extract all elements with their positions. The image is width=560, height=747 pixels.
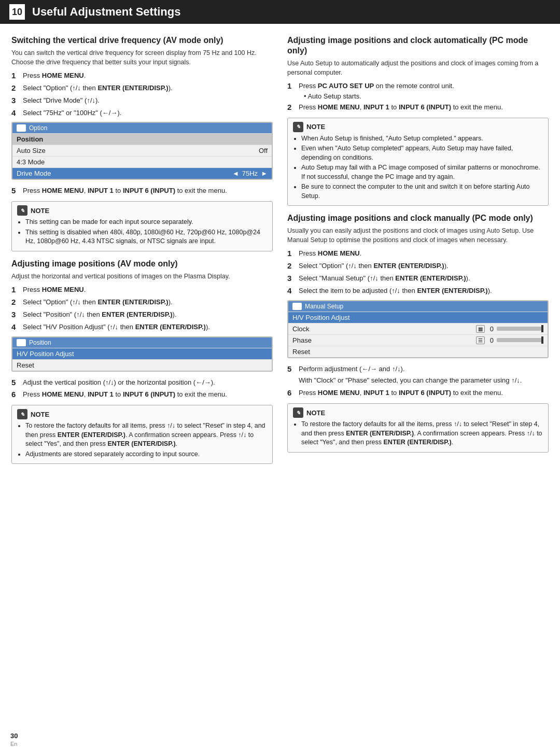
menu-title-position: Position — [12, 337, 272, 348]
note-item-2: This setting is disabled when 480i, 480p… — [25, 228, 267, 246]
menu-label-hv-manual: H/V Position Adjust — [292, 314, 543, 321]
menu-label-position: Position — [17, 135, 268, 143]
step-content-6b: Press HOME MENU, INPUT 1 to INPUT 6 (INP… — [23, 390, 227, 400]
step-num-3d: 3 — [287, 274, 299, 283]
section-title-auto-pc: Adjusting image positions and clock auto… — [287, 35, 549, 56]
step-3a: 3 Select "Drive Mode" (↑/↓). — [11, 96, 273, 106]
note-item-manual-1: To restore the factory defaults for all … — [301, 420, 543, 447]
page-lang: En — [10, 741, 17, 747]
step-content-2a: Select "Option" (↑/↓ then ENTER (ENTER/D… — [23, 83, 173, 93]
step-content-4d: Select the item to be adjusted (↑/↓ then… — [299, 286, 492, 296]
note-box-vertical-drive: ✎ NOTE This setting can be made for each… — [11, 201, 273, 251]
step-6d: 6 Press HOME MENU, INPUT 1 to INPUT 6 (I… — [287, 388, 549, 398]
menu-value-autosize: Off — [259, 147, 268, 154]
step-num-4b: 4 — [11, 322, 23, 331]
clock-value-text: 0 — [490, 325, 494, 333]
menu-icon-option — [17, 124, 26, 132]
menu-row-hv-manual: H/V Position Adjust — [288, 312, 548, 323]
menu-label-autosize: Auto Size — [17, 147, 259, 154]
main-content: Switching the vertical drive frequency (… — [0, 24, 560, 483]
step-2a: 2 Select "Option" (↑/↓ then ENTER (ENTER… — [11, 83, 273, 93]
step-num-2c: 2 — [287, 103, 299, 111]
menu-row-reset-manual: Reset — [288, 346, 548, 357]
menu-value-clock: ▦ 0 — [476, 325, 543, 333]
step-num-1d: 1 — [287, 249, 299, 258]
menu-row-position: Position — [12, 133, 272, 145]
step-2b: 2 Select "Option" (↑/↓ then ENTER (ENTER… — [11, 298, 273, 307]
note-icon-manual-pc: ✎ — [293, 407, 303, 418]
arrow-left-drivemode: ◄ — [232, 170, 239, 177]
position-menu-table: Position H/V Position Adjust Reset — [11, 336, 273, 372]
step-content-1d: Press HOME MENU. — [299, 249, 361, 259]
menu-label-43mode: 4:3 Mode — [17, 158, 268, 166]
phase-slider-track — [497, 338, 543, 342]
step-5b: 5 Adjust the vertical position (↑/↓) or … — [11, 378, 273, 388]
step-num-6b: 6 — [11, 390, 23, 399]
menu-title-option: Option — [12, 123, 272, 133]
step-3b: 3 Select "Position" (↑/↓ then ENTER (ENT… — [11, 310, 273, 320]
note-box-image-positions-av: ✎ NOTE To restore the factory defaults f… — [11, 405, 273, 464]
step-num-3a: 3 — [11, 96, 23, 105]
menu-row-clock: Clock ▦ 0 — [288, 323, 548, 334]
section-subtitle-image-positions-av: Adjust the horizontal and vertical posit… — [11, 272, 273, 281]
step-content-5a: Press HOME MENU, INPUT 1 to INPUT 6 (INP… — [23, 186, 227, 196]
note-label-image-positions-av: NOTE — [31, 411, 49, 418]
menu-label-reset-pos: Reset — [17, 361, 268, 369]
note-label-manual-pc: NOTE — [306, 409, 325, 417]
step-num-5b: 5 — [11, 378, 23, 387]
menu-value-phase: ☰ 0 — [476, 336, 543, 344]
menu-row-drivemode: Drive Mode ◄ 75Hz ► — [12, 167, 272, 179]
note-item-autopc-3: Auto Setup may fail with a PC image comp… — [301, 163, 543, 181]
step-content-3d: Select "Manual Setup" (↑/↓ then ENTER (E… — [299, 274, 470, 284]
step-2c: 2 Press HOME MENU, INPUT 1 to INPUT 6 (I… — [287, 103, 549, 112]
step-content-6d: Press HOME MENU, INPUT 1 to INPUT 6 (INP… — [299, 388, 503, 398]
note-box-auto-pc: ✎ NOTE When Auto Setup is finished, "Aut… — [287, 118, 549, 206]
step-content-5d: Perform adjustment (←/→ and ↑/↓). — [299, 364, 522, 374]
clock-icon-box: ▦ — [476, 325, 485, 333]
step-num-2a: 2 — [11, 83, 23, 92]
section-manual-pc: Adjusting image positions and clock manu… — [287, 213, 549, 452]
phase-slider-thumb — [541, 336, 543, 344]
note-list-image-positions-av: To restore the factory defaults for all … — [17, 421, 267, 459]
step-num-6d: 6 — [287, 388, 299, 397]
arrow-right-drivemode: ► — [261, 170, 268, 177]
note-box-manual-pc: ✎ NOTE To restore the factory defaults f… — [287, 403, 549, 453]
header-bar: 10 Useful Adjustment Settings — [0, 0, 560, 24]
note-list-vertical-drive: This setting can be made for each input … — [17, 218, 267, 246]
step-num-2b: 2 — [11, 298, 23, 306]
step-num-2d: 2 — [287, 261, 299, 270]
menu-title-label-manual-setup: Manual Setup — [305, 303, 343, 310]
menu-icon-manual-setup — [292, 303, 302, 310]
note-item-autopc-4: Be sure to connect the computer to the u… — [301, 182, 543, 201]
menu-label-drivemode: Drive Mode — [17, 170, 232, 177]
section-vertical-drive: Switching the vertical drive frequency (… — [11, 35, 273, 251]
phase-icon-box: ☰ — [476, 336, 485, 344]
note-list-manual-pc: To restore the factory defaults for all … — [293, 420, 543, 447]
menu-row-hv-position: H/V Position Adjust — [12, 348, 272, 359]
step-num-1c: 1 — [287, 81, 299, 90]
note-list-auto-pc: When Auto Setup is finished, "Auto Setup… — [293, 134, 543, 201]
note-item-pos-1: To restore the factory defaults for all … — [25, 421, 267, 449]
note-label-vertical-drive: NOTE — [31, 207, 49, 215]
step-4d: 4 Select the item to be adjusted (↑/↓ th… — [287, 286, 549, 296]
note-icon-image-positions-av: ✎ — [17, 409, 27, 419]
menu-title-label-position: Position — [29, 339, 51, 346]
note-header-image-positions-av: ✎ NOTE — [17, 409, 267, 419]
note-icon-auto-pc: ✎ — [293, 122, 303, 132]
step-content-4a: Select "75Hz" or "100Hz" (←/→). — [23, 108, 121, 118]
phase-value-text: 0 — [490, 336, 494, 344]
step-content-1b: Press HOME MENU. — [23, 285, 86, 295]
step-content-5b: Adjust the vertical position (↑/↓) or th… — [23, 378, 215, 388]
step-5d: 5 Perform adjustment (←/→ and ↑/↓). With… — [287, 364, 549, 386]
menu-label-clock: Clock — [292, 325, 476, 333]
drivemode-value-text: 75Hz — [242, 170, 258, 177]
right-column: Adjusting image positions and clock auto… — [287, 35, 549, 471]
step-4a: 4 Select "75Hz" or "100Hz" (←/→). — [11, 108, 273, 118]
menu-row-reset-pos: Reset — [12, 359, 272, 371]
step-num-5d: 5 — [287, 364, 299, 373]
menu-row-autosize: Auto Size Off — [12, 145, 272, 156]
page-number: 30 — [10, 732, 18, 740]
section-title-image-positions-av: Adjusting image positions (AV mode only) — [11, 259, 273, 269]
note-header-vertical-drive: ✎ NOTE — [17, 205, 267, 216]
section-image-positions-av: Adjusting image positions (AV mode only)… — [11, 259, 273, 464]
